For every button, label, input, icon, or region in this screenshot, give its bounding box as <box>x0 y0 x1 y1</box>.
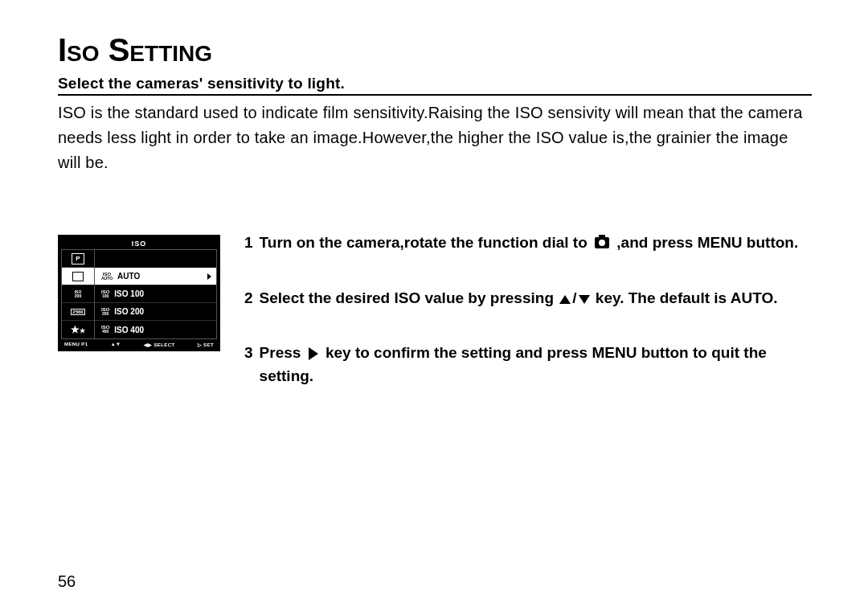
content-row: ISO P ISO200 2560 ★★ ISOAUTO AUTO ISO100… <box>58 232 812 387</box>
quality-icon: ★★ <box>71 325 85 334</box>
step-2: 2 Select the desired ISO value by pressi… <box>244 287 812 310</box>
screen-footer: MENU P1 ▲▼ ◀▶ SELECT ▷ SET <box>61 339 217 348</box>
page-title: Iso Setting <box>58 32 812 68</box>
triangle-up-icon <box>559 295 571 304</box>
size-icon: 2560 <box>71 309 84 315</box>
iso200-left-icon: ISO200 <box>75 290 82 298</box>
camera-icon <box>595 237 609 248</box>
step-text-pre: Press <box>260 344 305 361</box>
option-label: ISO 100 <box>114 289 144 298</box>
subheading: Select the cameras' sensitivity to light… <box>58 75 812 96</box>
triangle-down-icon <box>579 295 590 304</box>
chevron-right-icon <box>207 273 211 280</box>
camera-screen-illustration: ISO P ISO200 2560 ★★ ISOAUTO AUTO ISO100… <box>58 235 220 351</box>
option-iso100: ISO100 ISO 100 <box>95 285 216 303</box>
step-text-pre: Turn on the camera,rotate the function d… <box>260 234 592 251</box>
step-3: 3 Press key to confirm the setting and p… <box>244 342 812 387</box>
option-iso200: ISO200 ISO 200 <box>95 303 216 321</box>
step-1: 1 Turn on the camera,rotate the function… <box>244 232 812 255</box>
option-label: AUTO <box>117 272 140 281</box>
option-label: ISO 200 <box>114 307 144 316</box>
step-text-post: key to confirm the setting and press MEN… <box>260 344 767 384</box>
option-label: ISO 400 <box>114 326 144 334</box>
step-text-post: ,and press MENU button. <box>616 234 798 251</box>
page-number: 56 <box>58 572 76 591</box>
screen-title: ISO <box>61 238 217 249</box>
steps-list: 1 Turn on the camera,rotate the function… <box>244 232 812 387</box>
body-text: ISO is the standard used to indicate fil… <box>58 100 812 175</box>
screen-left-column: P ISO200 2560 ★★ <box>61 249 95 339</box>
option-auto: ISOAUTO AUTO <box>95 268 216 285</box>
step-text-post: key. The default is AUTO. <box>596 289 778 306</box>
step-text-pre: Select the desired ISO value by pressing <box>260 289 559 306</box>
screen-options: ISOAUTO AUTO ISO100 ISO 100 ISO200 ISO 2… <box>95 249 217 339</box>
triangle-right-icon <box>309 347 318 360</box>
p-mode-icon: P <box>72 253 84 264</box>
option-iso400: ISO400 ISO 400 <box>95 321 216 338</box>
